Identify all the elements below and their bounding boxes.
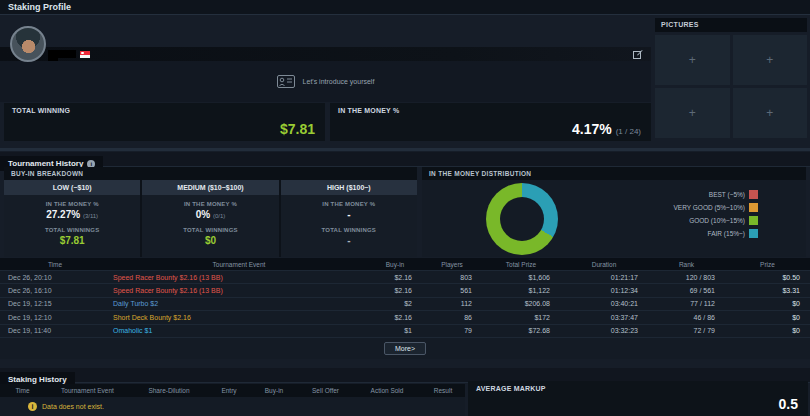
tournament-table: Time Tournament Event Buy-in Players Tot… [0, 258, 810, 359]
winnings-value: - [347, 235, 350, 246]
table-footer: More> [0, 337, 810, 359]
buyin-breakdown-panel: BUY-IN BREAKDOWN LOW (~$10) IN THE MONEY… [4, 167, 417, 257]
add-picture-slot[interactable]: + [655, 35, 730, 85]
edit-profile-icon[interactable] [633, 49, 643, 59]
average-markup-label: AVERAGE MARKUP [476, 385, 546, 392]
plus-icon: + [689, 53, 696, 67]
warning-icon: i [28, 402, 37, 411]
legend-swatch [749, 190, 758, 199]
legend-swatch [749, 216, 758, 225]
average-markup-value: 0.5 [779, 396, 798, 412]
legend-swatch [749, 229, 758, 238]
winnings-value: $7.81 [60, 235, 85, 246]
plus-icon: + [689, 106, 696, 120]
itm-value: - [347, 209, 350, 220]
tournament-table-header: Time Tournament Event Buy-in Players Tot… [0, 258, 810, 270]
itm-distribution-panel: IN THE MONEY DISTRIBUTION BEST (~5%) VER… [422, 167, 806, 257]
profile-section: Let's introduce yourself TOTAL WINNING $… [0, 16, 810, 148]
legend-label: GOOD (10%~15%) [689, 217, 745, 224]
winnings-label: TOTAL WINNINGS [45, 227, 99, 233]
table-row[interactable]: Dec 19, 11:40 Omaholic $1 $1 79 $72.68 0… [0, 324, 810, 337]
plus-icon: + [766, 53, 773, 67]
legend-swatch [749, 203, 758, 212]
itm-label: IN THE MONEY % [322, 201, 375, 207]
username-bar [0, 47, 651, 61]
staking-profile-screen: Staking Profile Let's introduce yourself [0, 0, 810, 416]
table-row[interactable]: Dec 19, 12:10 Short Deck Bounty $2.16 $2… [0, 310, 810, 323]
buyin-breakdown-title: BUY-IN BREAKDOWN [4, 167, 417, 180]
staking-table-header: Time Tournament Event Share-Dilution Ent… [0, 384, 465, 397]
donut-legend: BEST (~5%) VERY GOOD (5%~10%) GOOD (10%~… [674, 190, 758, 238]
total-winning-box: TOTAL WINNING $7.81 [4, 103, 325, 141]
legend-label: FAIR (15%~) [708, 230, 745, 237]
plus-icon: + [766, 106, 773, 120]
add-picture-slot[interactable]: + [655, 88, 730, 138]
add-picture-slot[interactable]: + [733, 35, 808, 85]
itm-value: 27.27% (3/11) [46, 209, 98, 220]
winnings-label: TOTAL WINNINGS [183, 227, 237, 233]
itm-distribution-title: IN THE MONEY DISTRIBUTION [422, 167, 806, 180]
winnings-value: $0 [205, 235, 216, 246]
buyin-column-low: LOW (~$10) IN THE MONEY % 27.27% (3/11) … [4, 180, 140, 257]
average-markup-panel: AVERAGE MARKUP 0.5 [468, 381, 808, 416]
pictures-grid: + + + + [655, 35, 807, 138]
itm-value: 0% (0/1) [196, 209, 226, 220]
page-title: Staking Profile [8, 2, 71, 12]
buyin-column-header: HIGH ($100~) [281, 180, 417, 195]
legend-label: BEST (~5%) [709, 191, 745, 198]
section-divider [0, 148, 810, 151]
redacted-username [48, 50, 76, 58]
donut-hole [500, 197, 544, 241]
empty-message: Data does not exist. [42, 403, 104, 410]
itm-label: IN THE MONEY % [184, 201, 237, 207]
buyin-column-high: HIGH ($100~) IN THE MONEY % - TOTAL WINN… [281, 180, 417, 257]
total-winning-value: $7.81 [280, 121, 315, 137]
legend-item: FAIR (15%~) [674, 229, 758, 238]
table-row[interactable]: Dec 26, 20:10 Speed Racer Bounty $2.16 (… [0, 270, 810, 283]
id-card-icon [277, 75, 295, 88]
legend-label: VERY GOOD (5%~10%) [674, 204, 745, 211]
itm-percent-box: IN THE MONEY % 4.17% (1 / 24) [330, 103, 651, 141]
avatar [10, 26, 46, 62]
pictures-panel: PICTURES + + + + [655, 18, 807, 140]
singapore-flag-icon [80, 51, 90, 58]
top-bar: Staking Profile [0, 0, 810, 15]
tournament-history-bar: Tournament History i [0, 152, 810, 167]
add-picture-slot[interactable]: + [733, 88, 808, 138]
legend-item: GOOD (10%~15%) [674, 216, 758, 225]
itm-label: IN THE MONEY % [46, 201, 99, 207]
buyin-column-header: MEDIUM ($10~$100) [142, 180, 278, 195]
legend-item: VERY GOOD (5%~10%) [674, 203, 758, 212]
buyin-column-header: LOW (~$10) [4, 180, 140, 195]
intro-text: Let's introduce yourself [303, 78, 375, 85]
winnings-label: TOTAL WINNINGS [322, 227, 376, 233]
bio-area: Let's introduce yourself [0, 61, 651, 102]
itm-donut-ring [486, 183, 558, 255]
legend-item: BEST (~5%) [674, 190, 758, 199]
more-button[interactable]: More> [384, 342, 426, 355]
itm-percent-label: IN THE MONEY % [338, 107, 399, 114]
itm-percent-detail: (1 / 24) [616, 127, 641, 136]
itm-percent-value: 4.17% (1 / 24) [572, 121, 641, 137]
table-row[interactable]: Dec 19, 12:15 Daily Turbo $2 $2 112 $206… [0, 297, 810, 310]
table-row[interactable]: Dec 26, 16:10 Speed Racer Bounty $2.16 (… [0, 283, 810, 296]
total-winning-label: TOTAL WINNING [12, 107, 70, 114]
buyin-column-medium: MEDIUM ($10~$100) IN THE MONEY % 0% (0/1… [142, 180, 278, 257]
pictures-title: PICTURES [655, 18, 807, 32]
staking-empty-row: i Data does not exist. [0, 397, 465, 416]
